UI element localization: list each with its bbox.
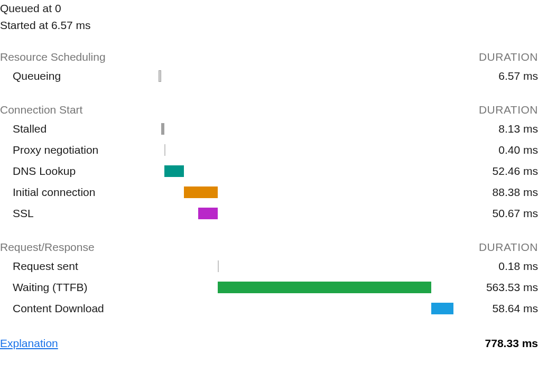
timing-row-label: Queueing [0,70,159,82]
duration-column-header: DURATION [453,241,538,254]
timing-bar [164,165,184,177]
timing-row: Content Download58.64 ms [0,298,538,319]
timing-bar-area [159,186,453,198]
section-title: Request/Response [0,241,159,254]
timing-bar [184,186,217,198]
timing-row: Initial connection88.38 ms [0,182,538,203]
timing-bar [218,282,431,293]
timing-row-label: Content Download [0,302,159,315]
timing-bar-area [159,260,453,272]
timing-bar-area [159,165,453,177]
timing-row-duration: 58.64 ms [453,302,538,315]
timing-bar-area [159,282,453,293]
duration-column-header: DURATION [453,51,538,63]
timing-row-label: Request sent [0,260,159,273]
timing-bar [218,260,219,272]
timing-bar [198,208,217,219]
timing-row-label: Initial connection [0,186,159,199]
timing-row-label: SSL [0,207,159,220]
timing-bar-area [159,208,453,219]
total-duration: 778.33 ms [485,337,538,350]
timing-row: Request sent0.18 ms [0,256,538,277]
timing-row: SSL50.67 ms [0,203,538,224]
timing-row-label: Stalled [0,123,159,135]
timing-row: Proxy negotiation0.40 ms [0,139,538,161]
queued-at-line: Queued at 0 [0,0,538,17]
timing-row: Queueing6.57 ms [0,66,538,87]
timing-bar [431,303,453,314]
timing-row-label: Waiting (TTFB) [0,281,159,294]
timing-bar-area [159,70,453,82]
timing-row: DNS Lookup52.46 ms [0,161,538,182]
timing-bar [161,123,164,135]
timing-row-duration: 6.57 ms [453,70,538,82]
timing-row-label: DNS Lookup [0,165,159,178]
section-title: Connection Start [0,104,159,116]
timing-row: Stalled8.13 ms [0,118,538,139]
timing-row-duration: 8.13 ms [453,123,538,135]
timing-bar-area [159,303,453,314]
section-title: Resource Scheduling [0,51,159,63]
duration-column-header: DURATION [453,104,538,116]
timing-bar [159,70,161,82]
timing-row-duration: 50.67 ms [453,207,538,220]
timing-bar-area [159,144,453,156]
started-at-line: Started at 6.57 ms [0,17,538,34]
timing-row-duration: 0.18 ms [453,260,538,273]
timing-row-duration: 52.46 ms [453,165,538,178]
timing-row-label: Proxy negotiation [0,144,159,156]
timing-bar-area [159,123,453,135]
timing-bar [164,144,165,156]
timing-row-duration: 563.53 ms [453,281,538,294]
timing-row-duration: 0.40 ms [453,144,538,156]
timing-row-duration: 88.38 ms [453,186,538,199]
explanation-link[interactable]: Explanation [0,337,58,350]
timing-row: Waiting (TTFB)563.53 ms [0,277,538,298]
